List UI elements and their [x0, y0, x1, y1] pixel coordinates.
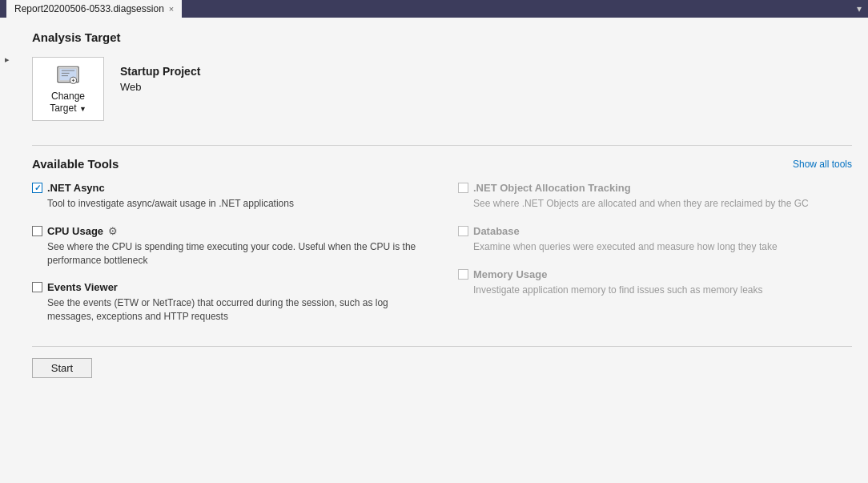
gear-icon[interactable]: ⚙ — [108, 225, 118, 237]
change-target-button[interactable]: ChangeTarget ▼ — [32, 57, 104, 121]
tool-memory-usage-header: Memory Usage — [458, 268, 852, 280]
tool-net-object-allocation-checkbox[interactable] — [458, 183, 468, 193]
tool-cpu-usage-name: CPU Usage — [47, 225, 103, 237]
startup-project-area: ChangeTarget ▼ Startup Project Web — [32, 57, 852, 137]
close-tab-button[interactable]: × — [169, 4, 174, 14]
show-all-tools-link[interactable]: Show all tools — [793, 159, 852, 170]
tool-database-name: Database — [473, 225, 520, 237]
tool-events-viewer-desc: See the events (ETW or NetTrace) that oc… — [47, 296, 426, 324]
tool-net-async-header: .NET Async — [32, 182, 426, 194]
tool-net-object-allocation: .NET Object Allocation Tracking See wher… — [458, 182, 852, 211]
tool-net-async-checkbox[interactable] — [32, 183, 42, 193]
startup-project-value: Web — [120, 81, 200, 93]
main-content: ▸ Analysis Target ChangeTarge — [0, 18, 868, 483]
start-button[interactable]: Start — [32, 358, 92, 378]
tool-cpu-usage: CPU Usage ⚙ See where the CPU is spendin… — [32, 225, 426, 268]
tool-cpu-usage-checkbox[interactable] — [32, 226, 42, 236]
analysis-target-title: Analysis Target — [32, 30, 852, 44]
section-divider-1 — [32, 145, 852, 146]
content-area: Analysis Target ChangeTarget ▼ — [24, 18, 868, 391]
tool-database-header: Database — [458, 225, 852, 237]
tool-net-async-desc: Tool to investigate async/await usage in… — [47, 197, 426, 211]
tool-memory-usage-desc: Investigate application memory to find i… — [473, 284, 852, 297]
tool-events-viewer-name: Events Viewer — [47, 281, 118, 293]
tool-net-object-allocation-name: .NET Object Allocation Tracking — [473, 182, 631, 194]
tool-events-viewer: Events Viewer See the events (ETW or Net… — [32, 281, 426, 324]
tool-events-viewer-header: Events Viewer — [32, 281, 426, 293]
change-target-icon — [54, 64, 82, 87]
tool-cpu-usage-desc: See where the CPU is spending time execu… — [47, 240, 426, 268]
tool-events-viewer-checkbox[interactable] — [32, 282, 42, 292]
tool-database-checkbox[interactable] — [458, 226, 468, 236]
tab[interactable]: Report20200506-0533.diagsession × — [6, 0, 182, 18]
tool-net-async-name: .NET Async — [47, 182, 105, 194]
startup-project-label: Startup Project — [120, 65, 200, 78]
tool-net-object-allocation-desc: See where .NET Objects are allocated and… — [473, 197, 852, 211]
start-section: Start — [32, 346, 852, 378]
tool-net-object-allocation-header: .NET Object Allocation Tracking — [458, 182, 852, 194]
tab-label: Report20200506-0533.diagsession — [14, 3, 164, 14]
tools-left-column: .NET Async Tool to investigate async/awa… — [32, 182, 426, 338]
tool-database: Database Examine when queries were execu… — [458, 225, 852, 254]
tool-database-desc: Examine when queries were executed and m… — [473, 240, 852, 254]
title-bar: Report20200506-0533.diagsession × ▾ — [0, 0, 868, 18]
change-target-label: ChangeTarget ▼ — [50, 91, 86, 114]
tools-grid: .NET Async Tool to investigate async/awa… — [32, 182, 852, 338]
tools-right-column: .NET Object Allocation Tracking See wher… — [458, 182, 852, 338]
tool-memory-usage-name: Memory Usage — [473, 268, 547, 280]
project-info: Startup Project Web — [120, 57, 200, 93]
available-tools-title: Available Tools — [32, 157, 119, 171]
tool-net-async: .NET Async Tool to investigate async/awa… — [32, 182, 426, 211]
tool-memory-usage: Memory Usage Investigate application mem… — [458, 268, 852, 297]
tool-memory-usage-checkbox[interactable] — [458, 269, 468, 280]
tool-cpu-usage-header: CPU Usage ⚙ — [32, 225, 426, 237]
tools-header: Available Tools Show all tools — [32, 157, 852, 171]
collapse-arrow[interactable]: ▸ — [5, 54, 10, 65]
title-bar-dropdown[interactable]: ▾ — [857, 3, 862, 14]
